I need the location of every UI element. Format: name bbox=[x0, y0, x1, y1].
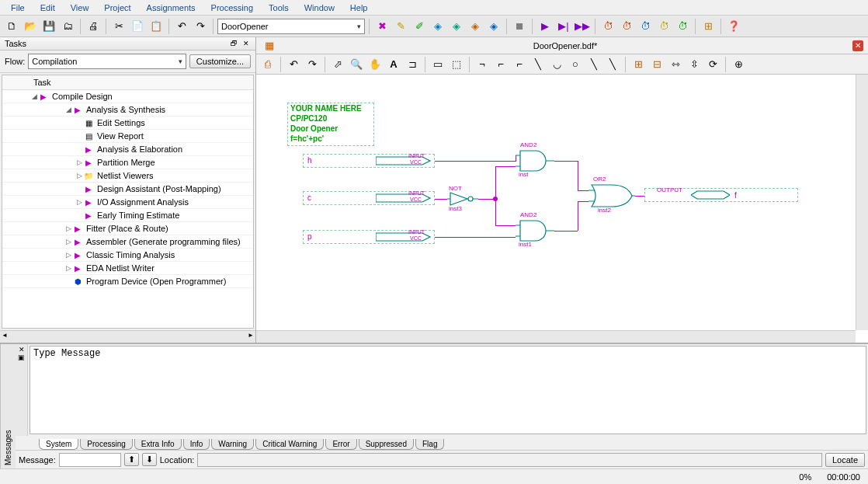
timer5-icon[interactable]: ⏱ bbox=[674, 18, 691, 35]
menu-edit[interactable]: Edit bbox=[33, 2, 63, 14]
timer2-icon[interactable]: ⏱ bbox=[618, 18, 635, 35]
schematic-canvas[interactable]: YOUR NAME HERE CP/PC120 Door Opener f=hc… bbox=[256, 75, 856, 330]
ed-redo-icon[interactable]: ↷ bbox=[304, 56, 321, 73]
msg-tab-extra[interactable]: Extra Info bbox=[134, 439, 182, 450]
input-p-pin[interactable] bbox=[376, 232, 436, 242]
pointer-icon[interactable]: ⬀ bbox=[329, 56, 346, 73]
task-row[interactable]: ▷▶Fitter (Place & Route) bbox=[2, 222, 253, 235]
run-step-icon[interactable]: ▶| bbox=[555, 18, 572, 35]
flip-v-icon[interactable]: ⇳ bbox=[686, 56, 703, 73]
symbol-icon[interactable]: ⊐ bbox=[404, 56, 421, 73]
menu-assignments[interactable]: Assignments bbox=[139, 2, 203, 14]
task-row[interactable]: ▶Analysis & Elaboration bbox=[2, 143, 253, 156]
task-row[interactable]: ▷▶Classic Timing Analysis bbox=[2, 249, 253, 262]
ed-home-icon[interactable]: ⎙ bbox=[259, 56, 276, 73]
cut-icon[interactable]: ✂ bbox=[110, 18, 127, 35]
msg-tab-error[interactable]: Error bbox=[325, 439, 356, 450]
hand-icon[interactable]: ✋ bbox=[366, 56, 384, 73]
grid2-icon[interactable]: ⊟ bbox=[648, 56, 665, 73]
task-row[interactable]: ▷▶Partition Merge bbox=[2, 156, 253, 169]
menu-view[interactable]: View bbox=[63, 2, 97, 14]
timer3-icon[interactable]: ⏱ bbox=[637, 18, 654, 35]
task-row[interactable]: ▷▶Assembler (Generate programming files) bbox=[2, 235, 253, 249]
task-row[interactable]: ⬢Program Device (Open Programmer) bbox=[2, 275, 253, 288]
task-row[interactable]: ▶Early Timing Estimate bbox=[2, 209, 253, 222]
undo-icon[interactable]: ↶ bbox=[173, 18, 190, 35]
stop-icon[interactable]: ⏹ bbox=[511, 18, 528, 35]
task-row[interactable]: ◢▶Analysis & Synthesis bbox=[2, 103, 253, 117]
rect-icon[interactable]: ▭ bbox=[429, 56, 446, 73]
message-field[interactable] bbox=[59, 453, 121, 467]
run-fast-icon[interactable]: ▶▶ bbox=[574, 18, 591, 35]
wand-icon[interactable]: ✖ bbox=[373, 18, 391, 35]
menu-project[interactable]: Project bbox=[96, 2, 138, 14]
chip-icon[interactable]: ◈ bbox=[448, 18, 465, 35]
msg-tab-flag[interactable]: Flag bbox=[415, 439, 444, 450]
pencil-icon[interactable]: ✎ bbox=[392, 18, 409, 35]
open-icon[interactable]: 📂 bbox=[22, 18, 39, 35]
output-pin[interactable] bbox=[691, 190, 730, 200]
rotate-icon[interactable]: ⟳ bbox=[704, 56, 721, 73]
menu-window[interactable]: Window bbox=[297, 2, 342, 14]
save-all-icon[interactable]: 🗂 bbox=[59, 18, 76, 35]
line-icon[interactable]: ╲ bbox=[585, 56, 602, 73]
task-row[interactable]: ▷📁Netlist Viewers bbox=[2, 169, 253, 183]
document-tab-title[interactable]: DoorOpener.bdf* bbox=[283, 41, 848, 50]
save-icon[interactable]: 💾 bbox=[40, 18, 57, 35]
text-icon[interactable]: A bbox=[385, 56, 402, 73]
task-row[interactable]: ◢▶Compile Design bbox=[2, 90, 253, 103]
line2-icon[interactable]: ╲ bbox=[604, 56, 621, 73]
zoom-icon[interactable]: 🔍 bbox=[348, 56, 365, 73]
tasks-hscroll[interactable] bbox=[0, 330, 255, 343]
msg-tab-info[interactable]: Info bbox=[183, 439, 210, 450]
menu-processing[interactable]: Processing bbox=[203, 2, 261, 14]
eraser-icon[interactable]: ✐ bbox=[411, 18, 428, 35]
or-gate[interactable] bbox=[589, 183, 635, 210]
msg-down-button[interactable]: ⬇ bbox=[142, 453, 157, 466]
bus-icon[interactable]: ⌐ bbox=[492, 56, 509, 73]
window-icon[interactable]: ⊞ bbox=[700, 18, 717, 35]
canvas-vscroll[interactable] bbox=[856, 75, 868, 330]
conduit-icon[interactable]: ⌐ bbox=[511, 56, 528, 73]
help-icon[interactable]: ❓ bbox=[725, 18, 742, 35]
arc-icon[interactable]: ◡ bbox=[548, 56, 565, 73]
messages-side-tab[interactable]: Messages bbox=[0, 344, 16, 468]
task-row[interactable]: ▦Edit Settings bbox=[2, 117, 253, 130]
new-icon[interactable]: 🗋 bbox=[3, 18, 20, 35]
timer1-icon[interactable]: ⏱ bbox=[599, 18, 616, 35]
diag-icon[interactable]: ╲ bbox=[529, 56, 547, 73]
flow-combo[interactable]: Compilation bbox=[28, 54, 186, 69]
chip2-icon[interactable]: ◈ bbox=[467, 18, 484, 35]
flip-h-icon[interactable]: ⇿ bbox=[667, 56, 684, 73]
msg-tab-system[interactable]: System bbox=[39, 439, 78, 450]
messages-body[interactable]: Type Message bbox=[30, 346, 866, 434]
msg-tab-processing[interactable]: Processing bbox=[80, 439, 132, 450]
chip3-icon[interactable]: ◈ bbox=[485, 18, 502, 35]
msg-up-button[interactable]: ⬆ bbox=[124, 453, 139, 466]
task-row[interactable]: ▶Design Assistant (Post-Mapping) bbox=[2, 183, 253, 196]
menu-tools[interactable]: Tools bbox=[261, 2, 297, 14]
grid1-icon[interactable]: ⊞ bbox=[630, 56, 647, 73]
rect-dash-icon[interactable]: ⬚ bbox=[448, 56, 465, 73]
expand-icon[interactable]: ⊕ bbox=[730, 56, 747, 73]
close-tab-icon[interactable]: ✕ bbox=[852, 40, 863, 51]
locate-button[interactable]: Locate bbox=[825, 453, 865, 467]
circle-icon[interactable]: ○ bbox=[567, 56, 584, 73]
task-row[interactable]: ▤View Report bbox=[2, 130, 253, 143]
location-combo[interactable] bbox=[197, 453, 822, 467]
redo-icon[interactable]: ↷ bbox=[192, 18, 209, 35]
wire-icon[interactable]: ¬ bbox=[474, 56, 491, 73]
timer4-icon[interactable]: ⏱ bbox=[655, 18, 672, 35]
customize-button[interactable]: Customize... bbox=[189, 54, 251, 68]
task-row[interactable]: ▷▶EDA Netlist Writer bbox=[2, 262, 253, 275]
input-h-pin[interactable] bbox=[376, 155, 436, 166]
task-row[interactable]: ▷▶I/O Assignment Analysis bbox=[2, 196, 253, 209]
msg-tab-critical[interactable]: Critical Warning bbox=[255, 439, 324, 450]
copy-icon[interactable]: 📄 bbox=[129, 18, 146, 35]
paste-icon[interactable]: 📋 bbox=[148, 18, 165, 35]
msg-tab-suppressed[interactable]: Suppressed bbox=[359, 439, 414, 450]
run-icon[interactable]: ▶ bbox=[536, 18, 554, 35]
print-icon[interactable]: 🖨 bbox=[85, 18, 102, 35]
canvas-hscroll[interactable] bbox=[256, 330, 856, 343]
tasks-buttons[interactable]: 🗗 ✕ bbox=[231, 40, 251, 47]
